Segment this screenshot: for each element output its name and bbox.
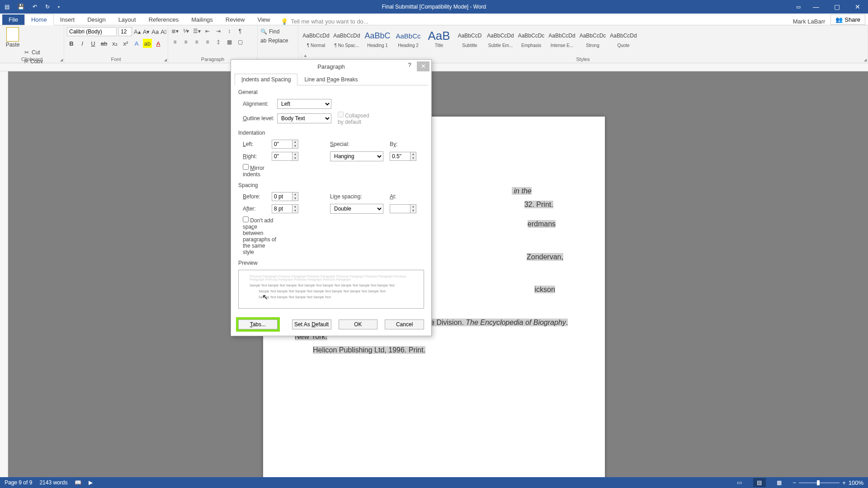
font-family-select[interactable] (67, 27, 117, 36)
zoom-level[interactable]: 100% (849, 479, 863, 486)
save-icon[interactable]: 💾 (18, 4, 24, 10)
down-icon[interactable]: ▼ (292, 156, 298, 160)
mirror-indents-checkbox[interactable]: Mirror indentsMirror indents (243, 164, 277, 178)
close-button[interactable]: ✕ (847, 0, 868, 14)
find-button[interactable]: 🔍Find (260, 27, 295, 36)
maximize-button[interactable]: ▢ (826, 0, 847, 14)
dialog-help-button[interactable]: ? (404, 61, 415, 71)
page-status[interactable]: Page 9 of 9 (5, 479, 32, 486)
highlight-icon[interactable]: ab (143, 39, 152, 48)
zoom-slider[interactable] (799, 482, 840, 483)
tab-mailings[interactable]: Mailings (185, 14, 219, 25)
cancel-button[interactable]: Cancel (385, 319, 424, 329)
subscript-icon[interactable]: x₂ (110, 39, 119, 48)
change-case-icon[interactable]: Aa (151, 27, 159, 36)
styles-launcher-icon[interactable]: ◢ (864, 58, 867, 62)
ruler-vertical[interactable] (0, 71, 8, 477)
qat-dropdown-icon[interactable]: ▾ (58, 5, 60, 9)
multilevel-icon[interactable]: ☰▾ (193, 27, 201, 35)
tab-indents-spacing[interactable]: IIndents and Spacingndents and Spacing (235, 74, 297, 85)
shrink-font-icon[interactable]: A▾ (143, 27, 150, 36)
user-name[interactable]: Mark LaBarr (793, 18, 831, 25)
line-spacing-select[interactable]: Double (330, 204, 383, 214)
zoom-out-button[interactable]: − (793, 479, 797, 486)
up-icon[interactable]: ▲ (292, 152, 298, 156)
down-icon[interactable]: ▼ (410, 156, 416, 160)
tab-references[interactable]: References (142, 14, 185, 25)
up-icon[interactable]: ▲ (410, 152, 416, 156)
dec-indent-icon[interactable]: ⇤ (203, 27, 212, 35)
cut-button[interactable]: ✂Cut (24, 48, 61, 57)
down-icon[interactable]: ▼ (292, 197, 298, 201)
up-icon[interactable]: ▲ (410, 205, 416, 209)
style-subtle-em-[interactable]: AaBbCcDdSubtle Em... (486, 26, 515, 52)
spacing-before-spinner[interactable]: ▲▼ (272, 192, 298, 201)
pilcrow-icon[interactable]: ¶ (236, 27, 244, 35)
clipboard-launcher-icon[interactable]: ◢ (60, 58, 63, 62)
style-subtitle[interactable]: AaBbCcDSubtitle (455, 26, 485, 52)
clear-format-icon[interactable]: A⃠ (160, 27, 166, 36)
style--normal[interactable]: AaBbCcDd¶ Normal (301, 26, 331, 52)
spellcheck-icon[interactable]: 📖 (75, 479, 81, 486)
align-left-icon[interactable]: ≡ (171, 38, 179, 46)
spacing-after-spinner[interactable]: ▲▼ (272, 204, 298, 213)
bold-icon[interactable]: B (67, 39, 76, 48)
italic-icon[interactable]: I (78, 39, 87, 48)
indent-right-spinner[interactable]: ▲▼ (272, 152, 298, 161)
down-icon[interactable]: ▼ (292, 144, 298, 148)
sort-icon[interactable]: ↕ (225, 27, 233, 35)
style-quote[interactable]: AaBbCcDdQuote (609, 26, 638, 52)
dialog-titlebar[interactable]: Paragraph ? ✕ (231, 60, 431, 73)
indent-left-spinner[interactable]: ▲▼ (272, 140, 298, 149)
zoom-in-button[interactable]: + (842, 479, 846, 486)
text-effects-icon[interactable]: A (132, 39, 141, 48)
indent-special-select[interactable]: Hanging (330, 151, 383, 161)
alignment-select[interactable]: Left (277, 99, 331, 109)
align-center-icon[interactable]: ≡ (182, 38, 190, 46)
font-color-icon[interactable]: A (154, 39, 163, 48)
web-layout-icon[interactable]: ▦ (773, 478, 786, 487)
read-mode-icon[interactable]: ▭ (733, 478, 746, 487)
set-as-default-button[interactable]: Set As DefaultSet As Default (292, 319, 331, 329)
replace-button[interactable]: abReplace (260, 36, 295, 45)
collapsed-checkbox[interactable]: Collapsed by default (338, 112, 372, 125)
style--no-spac-[interactable]: AaBbCcDd¶ No Spac... (332, 26, 362, 52)
numbering-icon[interactable]: ⅟▾ (182, 27, 190, 35)
align-right-icon[interactable]: ≡ (193, 38, 201, 46)
ribbon-options-icon[interactable]: ▭ (791, 0, 806, 14)
bullets-icon[interactable]: ≣▾ (171, 27, 179, 35)
shading-icon[interactable]: ▦ (225, 38, 233, 46)
undo-icon[interactable]: ↶ (33, 4, 37, 10)
strike-icon[interactable]: ab (99, 39, 108, 48)
line-spacing-icon[interactable]: ‡ (214, 38, 222, 46)
outline-level-select[interactable]: Body Text (277, 113, 331, 123)
tab-review[interactable]: Review (219, 14, 251, 25)
up-icon[interactable]: ▲ (292, 192, 298, 197)
style-title[interactable]: AaBTitle (424, 26, 454, 52)
style-heading-1[interactable]: AaBbCHeading 1 (363, 26, 392, 52)
macro-icon[interactable]: ▶ (89, 479, 93, 486)
indent-by-spinner[interactable]: ▲▼ (390, 152, 416, 161)
ruler-horizontal[interactable] (0, 63, 868, 71)
font-launcher-icon[interactable]: ◢ (164, 58, 167, 62)
justify-icon[interactable]: ≡ (203, 38, 212, 46)
down-icon[interactable]: ▼ (410, 209, 416, 213)
underline-icon[interactable]: U (89, 39, 98, 48)
tab-line-page-breaks[interactable]: Line and Page BreaksLine and Page Breaks (297, 74, 364, 85)
down-icon[interactable]: ▼ (292, 209, 298, 213)
up-icon[interactable]: ▲ (292, 205, 298, 209)
style-strong[interactable]: AaBbCcDcStrong (578, 26, 608, 52)
inc-indent-icon[interactable]: ⇥ (214, 27, 222, 35)
tabs-button[interactable]: Tabs...Tabs... (238, 319, 278, 329)
spacing-at-spinner[interactable]: ▲▼ (390, 204, 416, 213)
tell-me-input[interactable]: 💡 Tell me what you want to do... (281, 18, 368, 25)
dont-add-space-checkbox[interactable]: Don't add space between paragraphs of th… (243, 216, 277, 255)
dialog-close-button[interactable]: ✕ (417, 61, 429, 71)
ok-button[interactable]: OK (339, 319, 378, 329)
font-size-select[interactable] (118, 27, 132, 36)
word-count[interactable]: 2143 words (39, 479, 67, 486)
paste-button[interactable]: Paste (3, 26, 23, 48)
print-layout-icon[interactable]: ▤ (753, 478, 766, 487)
tab-design[interactable]: Design (81, 14, 112, 25)
minimize-button[interactable]: — (806, 0, 826, 14)
